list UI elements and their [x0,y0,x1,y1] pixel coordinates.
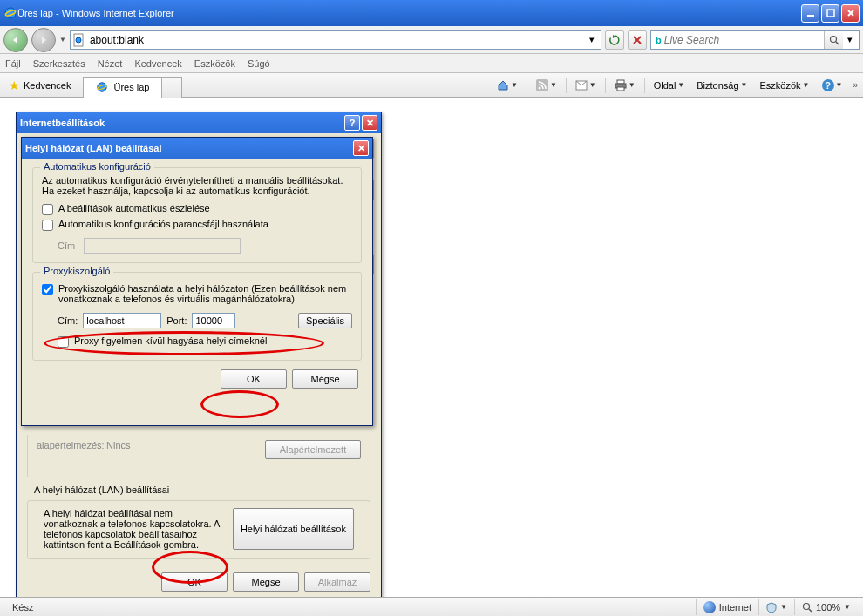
star-icon: ★ [9,78,20,92]
auto-config-legend: Automatikus konfiguráció [40,161,154,172]
zoom-control[interactable]: 100% ▼ [794,599,858,615]
search-input[interactable] [664,34,824,46]
menu-help[interactable]: Súgó [248,58,270,69]
child-title: Helyi hálózat (LAN) beállításai [25,143,351,153]
script-config-checkbox[interactable] [42,220,53,231]
menu-bar: Fájl Szerkesztés Nézet Kedvencek Eszközö… [0,54,863,73]
svg-rect-2 [807,15,814,17]
auto-config-info: Az automatikus konfiguráció érvénytelení… [42,175,352,196]
parent-apply-button: Alkalmaz [304,572,370,592]
favorites-button[interactable]: ★ Kedvencek [3,77,76,94]
reset-default-button: Alapértelmezett [265,440,361,459]
command-bar: ▼ ▼ ▼ ▼ Oldal▼ Biztonság▼ Eszközök▼ ?▼ » [493,78,860,93]
back-button[interactable] [3,28,28,52]
forward-button[interactable] [31,28,56,52]
svg-point-16 [803,603,809,609]
use-proxy-label: Proxykiszolgáló használata a helyi hálóz… [58,283,352,304]
page-icon [72,33,86,47]
new-tab-button[interactable] [161,77,182,98]
page-menu[interactable]: Oldal▼ [650,78,689,92]
safety-menu[interactable]: Biztonság▼ [693,78,751,92]
search-box[interactable]: b ▾ [650,30,860,50]
lan-groupbox: A helyi hálózat beállításai nem vonatkoz… [27,500,370,559]
parent-ok-button[interactable]: OK [161,572,228,592]
child-titlebar[interactable]: Helyi hálózat (LAN) beállításai ✕ [22,138,372,159]
detect-settings-label: A beállítások automatikus észlelése [58,203,210,213]
window-titlebar: Üres lap - Windows Internet Explorer [0,0,863,26]
script-config-row[interactable]: Automatikus konfigurációs parancsfájl ha… [42,219,352,231]
proxy-address-input[interactable] [83,313,161,328]
proxy-advanced-button[interactable]: Speciális [298,313,352,328]
parent-cancel-button[interactable]: Mégse [233,572,299,592]
tab-current[interactable]: Üres lap [83,77,162,98]
nav-history-dropdown[interactable]: ▼ [59,36,66,44]
proxy-port-input[interactable] [192,313,235,328]
feeds-button[interactable]: ▼ [533,78,561,93]
proxy-address-row: Cím: Port: Speciális [58,313,352,328]
lan-settings-button[interactable]: Helyi hálózati beállítások [233,508,354,550]
address-dropdown[interactable]: ▾ [585,34,599,45]
status-bar: Kész Internet ▼ 100% ▼ [0,597,863,616]
refresh-button[interactable] [605,30,624,50]
ie-icon [3,6,17,20]
address-input[interactable] [90,32,585,48]
svg-rect-15 [617,87,624,91]
lan-section-title: A helyi hálózat (LAN) beállításai [34,484,370,495]
use-proxy-row[interactable]: Proxykiszolgáló használata a helyi hálóz… [42,283,352,304]
svg-point-6 [830,36,836,42]
dialog-titlebar[interactable]: Internetbeállítások ? ✕ [17,112,381,133]
child-close-button[interactable]: ✕ [353,140,369,156]
svg-rect-13 [617,80,624,84]
globe-icon [703,601,716,613]
menu-tools[interactable]: Eszközök [194,58,235,69]
search-button[interactable] [824,31,843,49]
lan-settings-dialog: Helyi hálózat (LAN) beállításai ✕ Automa… [21,137,373,426]
bypass-local-checkbox[interactable] [58,336,69,348]
script-address-label: Cím [58,240,75,251]
protected-mode-icon[interactable]: ▼ [758,599,794,615]
address-bar[interactable]: ▾ [70,30,601,50]
svg-point-5 [76,37,81,43]
print-button[interactable]: ▼ [611,78,639,93]
help-icon: ? [822,79,834,91]
zoom-value: 100% [816,602,840,613]
menu-view[interactable]: Nézet [98,58,123,69]
svg-line-17 [809,609,812,612]
maximize-button[interactable] [821,4,839,23]
search-dropdown[interactable]: ▾ [843,34,857,45]
default-value: Nincs [106,440,131,459]
auto-config-groupbox: Automatikus konfiguráció Az automatikus … [32,167,362,263]
favorites-bar: ★ Kedvencek Üres lap ▼ ▼ ▼ ▼ Oldal▼ Bizt… [0,73,863,98]
detect-settings-row[interactable]: A beállítások automatikus észlelése [42,203,352,215]
help-button[interactable]: ?▼ [819,78,846,93]
menu-file[interactable]: Fájl [5,58,21,69]
minimize-button[interactable] [801,4,819,23]
tools-menu[interactable]: Eszközök▼ [757,78,813,92]
detect-settings-checkbox[interactable] [42,204,53,215]
bypass-local-row[interactable]: Proxy figyelmen kívül hagyása helyi címe… [58,335,352,348]
menu-favorites[interactable]: Kedvencek [134,58,181,69]
proxy-address-label: Cím: [58,315,78,326]
content-area: Internetbeállítások ? ✕ alapértelmezés: … [0,98,863,616]
nav-bar: ▼ ▾ b ▾ [0,26,863,54]
window-title: Üres lap - Windows Internet Explorer [17,8,801,18]
dialog-help-button[interactable]: ? [344,115,360,131]
close-button[interactable] [841,4,860,23]
menu-edit[interactable]: Szerkesztés [33,58,85,69]
stop-button[interactable] [628,30,647,50]
child-ok-button[interactable]: OK [221,369,287,389]
overflow-chevron[interactable]: » [851,80,860,90]
default-label: alapértelmezés: [37,440,106,459]
dialog-close-button[interactable]: ✕ [362,115,377,131]
home-button[interactable]: ▼ [493,78,521,93]
bing-icon: b [656,35,662,45]
ie-icon [96,81,108,93]
proxy-groupbox: Proxykiszolgáló Proxykiszolgáló használa… [32,272,362,361]
script-address-input [84,238,241,254]
mail-button[interactable]: ▼ [572,78,600,92]
use-proxy-checkbox[interactable] [42,284,53,295]
script-config-label: Automatikus konfigurációs parancsfájl ha… [58,219,268,229]
svg-point-11 [538,86,540,89]
child-cancel-button[interactable]: Mégse [292,369,358,389]
svg-rect-3 [827,10,834,17]
